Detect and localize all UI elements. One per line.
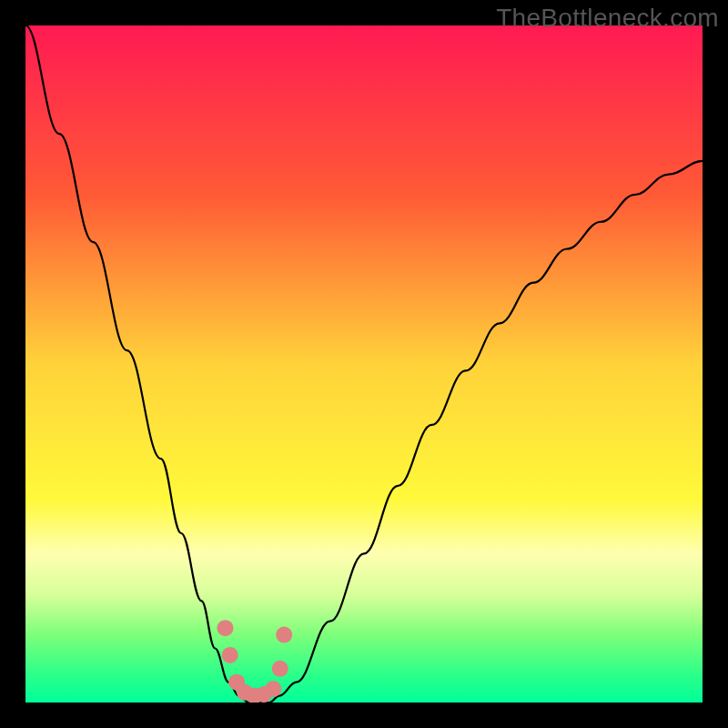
chart-container: TheBottleneck.com bbox=[0, 0, 728, 728]
marker-point bbox=[272, 661, 288, 677]
gradient-background bbox=[25, 25, 703, 703]
marker-point bbox=[222, 647, 238, 663]
marker-point bbox=[217, 620, 233, 636]
marker-point bbox=[265, 681, 281, 697]
watermark-text: TheBottleneck.com bbox=[496, 4, 719, 33]
plot-area bbox=[25, 25, 703, 703]
marker-point bbox=[276, 627, 292, 643]
chart-svg bbox=[25, 25, 703, 703]
